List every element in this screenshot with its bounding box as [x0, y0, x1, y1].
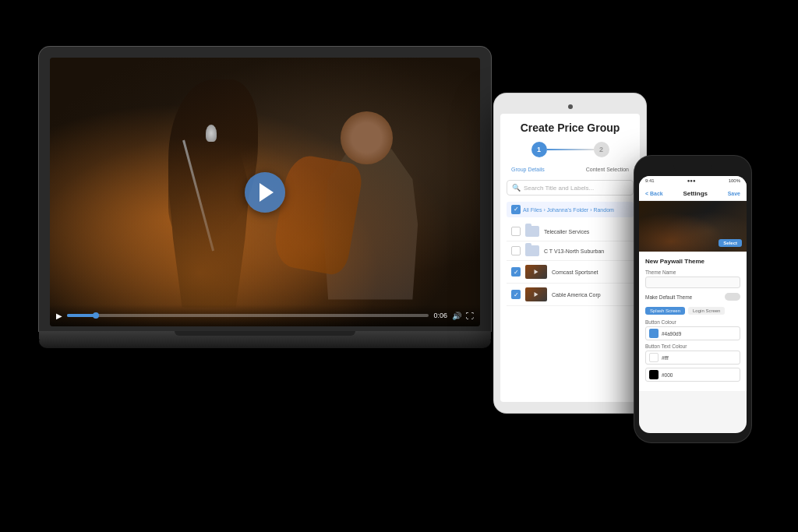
phone-device: 9:41 ●●● 100% < Back Settings Save Selec… — [634, 156, 751, 442]
step-1-circle: 1 — [531, 142, 547, 157]
search-icon: 🔍 — [512, 184, 521, 192]
phone-theme-name-label: Theme Name — [645, 270, 740, 275]
tablet-steps: 1 2 — [507, 142, 634, 157]
step-1-label: Group Details — [511, 167, 545, 172]
file-name-3: Cable America Corp — [552, 292, 629, 298]
tablet-ui-content: Create Price Group 1 2 Group Details Con… — [500, 114, 640, 314]
extra-color-value: #000 — [662, 372, 673, 378]
video-progress-dot — [93, 312, 99, 319]
video-background: ▶ 0:06 🔊 ⛶ — [50, 58, 480, 326]
file-row-3: ✓ Cable America Corp — [507, 284, 634, 306]
search-placeholder-text: Search Title and Labels... — [524, 185, 594, 192]
phone-default-theme-row: Make Default Theme — [645, 293, 740, 301]
step-2-label: Content Selection — [586, 167, 629, 172]
checkmark-icon: ✓ — [514, 206, 519, 213]
laptop-stand — [39, 340, 491, 348]
phone-notch — [673, 165, 712, 171]
phone-content-area: New Paywall Theme Theme Name Make Defaul… — [639, 252, 747, 391]
laptop-bezel: ▶ 0:06 🔊 ⛶ — [39, 47, 491, 331]
phone-status-bar: 9:41 ●●● 100% — [639, 176, 747, 185]
thumb-play-icon-3 — [535, 292, 538, 297]
tablet-search-bar[interactable]: 🔍 Search Title and Labels... — [507, 180, 634, 196]
video-play-button[interactable] — [245, 172, 285, 213]
file-row-0: Telecaller Services — [507, 222, 634, 241]
video-fullscreen-icon[interactable]: ⛶ — [466, 312, 474, 320]
phone-screen: 9:41 ●●● 100% < Back Settings Save Selec… — [639, 176, 747, 433]
phone-video-preview: Select — [639, 201, 747, 252]
phone-back-button[interactable]: < Back — [645, 191, 663, 196]
button-color-swatch — [649, 329, 659, 338]
video-control-play-icon[interactable]: ▶ — [56, 312, 62, 320]
phone-section-title: New Paywall Theme — [645, 258, 740, 265]
video-progress-bar[interactable] — [67, 314, 429, 317]
file-checkbox-0[interactable] — [511, 227, 521, 236]
btn-text-color-swatch — [649, 353, 659, 362]
laptop-screen: ▶ 0:06 🔊 ⛶ — [50, 58, 480, 326]
video-thumbnail-3 — [525, 287, 547, 301]
laptop: ▶ 0:06 🔊 ⛶ — [39, 47, 491, 348]
phone-button-color-field[interactable]: #4a90d9 — [645, 326, 740, 340]
tablet-device: Create Price Group 1 2 Group Details Con… — [494, 93, 646, 413]
phone-time: 9:41 — [645, 178, 655, 183]
phone-tab-login[interactable]: Login Screen — [688, 307, 725, 315]
select-all-checkbox[interactable]: ✓ — [511, 205, 521, 214]
phone-default-label: Make Default Theme — [645, 294, 692, 300]
laptop-base — [39, 331, 491, 340]
tablet-screen: Create Price Group 1 2 Group Details Con… — [500, 114, 640, 402]
phone-header-title: Settings — [683, 190, 708, 197]
file-checkbox-2[interactable]: ✓ — [511, 267, 521, 277]
phone-signal: ●●● — [687, 178, 696, 183]
phone-battery: 100% — [729, 178, 740, 183]
phone-btn-text-color-label: Button Text Colour — [645, 344, 740, 349]
play-triangle-icon — [260, 183, 274, 202]
guitarist-figure — [295, 111, 446, 300]
phone-save-button[interactable]: Save — [728, 191, 740, 196]
phone-tab-splash[interactable]: Splash Screen — [645, 307, 685, 315]
phone-header: < Back Settings Save — [639, 185, 747, 201]
phone-btn-text-color-field[interactable]: #fff — [645, 351, 740, 365]
file-name-2: Comcast Sportsnet — [552, 270, 629, 275]
scene: ▶ 0:06 🔊 ⛶ Create Price Group — [0, 0, 798, 532]
video-thumbnail-2 — [525, 265, 547, 279]
file-name-1: C T V13-North Suburban — [544, 248, 629, 254]
file-checkbox-3[interactable]: ✓ — [511, 290, 521, 299]
microphone — [206, 125, 217, 142]
guitarist-head — [341, 111, 394, 164]
file-name-0: Telecaller Services — [544, 229, 629, 234]
file-path-text: All Files › Johanna's Folder › Random — [523, 207, 614, 213]
step-2-circle: 2 — [594, 142, 609, 157]
file-row-2: ✓ Comcast Sportsnet — [507, 261, 634, 284]
step-labels: Group Details Content Selection — [507, 167, 634, 172]
file-path-row: ✓ All Files › Johanna's Folder › Random — [507, 202, 634, 217]
tablet-page-title: Create Price Group — [507, 122, 634, 134]
tablet-camera — [568, 104, 573, 109]
btn-text-color-value: #fff — [662, 355, 669, 361]
phone-screen-tabs: Splash Screen Login Screen — [645, 307, 740, 315]
file-checkbox-1[interactable] — [511, 246, 521, 255]
file-row-1: C T V13-North Suburban — [507, 241, 634, 261]
video-progress-fill — [67, 314, 96, 317]
phone-default-toggle[interactable] — [725, 293, 740, 301]
phone-theme-name-input[interactable] — [645, 277, 740, 288]
phone-extra-color-field[interactable]: #000 — [645, 368, 740, 382]
video-time-display: 0:06 — [433, 312, 447, 319]
video-controls-bar: ▶ 0:06 🔊 ⛶ — [50, 305, 480, 326]
button-color-value: #4a90d9 — [662, 331, 681, 336]
folder-icon-0 — [525, 226, 539, 237]
thumb-play-icon — [535, 270, 538, 274]
phone-video-action-button[interactable]: Select — [719, 239, 742, 247]
step-line — [547, 149, 594, 150]
folder-icon-1 — [525, 245, 539, 256]
video-volume-icon[interactable]: 🔊 — [452, 312, 461, 320]
phone-button-color-label: Button Colour — [645, 319, 740, 325]
extra-color-swatch — [649, 370, 659, 379]
